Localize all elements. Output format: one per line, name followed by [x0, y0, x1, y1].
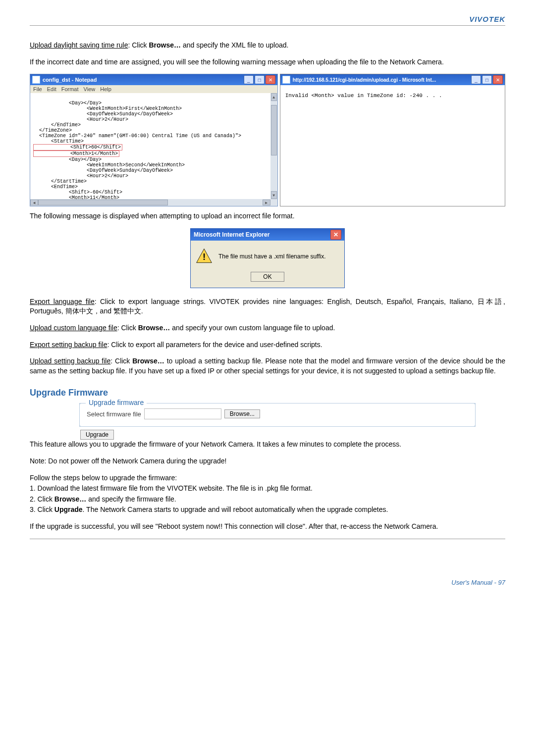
menu-edit[interactable]: Edit	[47, 86, 56, 92]
menu-file[interactable]: File	[33, 86, 42, 92]
notepad-window: config_dst - Notepad _ □ ✕ File Edit For…	[30, 74, 278, 206]
page-number: 97	[498, 579, 505, 586]
maximize-button[interactable]: □	[255, 75, 265, 84]
bottom-divider	[30, 539, 505, 539]
ie-minimize-button[interactable]: _	[471, 75, 481, 84]
text: and specify the XML file to upload.	[181, 41, 288, 49]
label-upload-language: Upload custom language file	[30, 324, 117, 332]
xml-suffix-dialog: Microsoft Internet Explorer ✕ ! The file…	[190, 228, 345, 288]
text: 2. Click	[30, 495, 54, 503]
para-export-language: Export language file: Click to export la…	[30, 297, 505, 316]
footer-text: User's Manual -	[451, 579, 498, 586]
upgrade-button[interactable]: Upgrade	[80, 430, 114, 440]
section-upgrade-firmware: Upgrade Firmware	[30, 388, 505, 398]
dialog-titlebar: Microsoft Internet Explorer ✕	[191, 229, 344, 241]
text: . The Network Camera starts to upgrade a…	[83, 505, 388, 513]
fw-step-3: 3. Click Upgrade. The Network Camera sta…	[30, 505, 505, 515]
label-upload-backup: Upload setting backup file	[30, 357, 110, 365]
menu-help[interactable]: Help	[100, 86, 111, 92]
text: : Click to export all parameters for the…	[107, 341, 322, 349]
label-export-language: Export language file	[30, 298, 95, 305]
svg-text:!: !	[203, 252, 206, 262]
ie-error-body: Invalid <Month> value in TimeZone id: -2…	[280, 85, 505, 203]
para-export-backup: Export setting backup file: Click to exp…	[30, 340, 505, 350]
label-export-backup: Export setting backup file	[30, 341, 107, 349]
fw-step-1: 1. Download the latest firmware file fro…	[30, 484, 505, 494]
para-upload-language: Upload custom language file: Click Brows…	[30, 323, 505, 333]
scroll-thumb[interactable]	[271, 105, 277, 155]
ie-icon	[282, 76, 290, 84]
close-button[interactable]: ✕	[266, 75, 275, 84]
firmware-file-input[interactable]	[144, 408, 221, 419]
para-upload-dst: Upload daylight saving time rule: Click …	[30, 41, 505, 50]
scroll-corner	[270, 199, 277, 206]
browse-word: Browse…	[138, 324, 170, 332]
fw-steps-intro: Follow the steps below to upgrade the fi…	[30, 473, 505, 483]
browse-word: Browse…	[54, 495, 87, 503]
scroll-right-icon[interactable]: ▶	[263, 200, 270, 205]
notepad-titlebar: config_dst - Notepad _ □ ✕	[30, 74, 277, 85]
warning-icon: !	[196, 248, 213, 266]
text: : Click	[128, 41, 149, 49]
dialog-message: The file must have a .xml filename suffi…	[218, 253, 326, 260]
text: : Click	[110, 357, 132, 365]
upgrade-firmware-panel: Upgrade firmware Select firmware file Br…	[79, 403, 476, 427]
top-divider	[30, 25, 505, 26]
select-firmware-label: Select firmware file	[87, 410, 141, 418]
fw-desc-note: Note: Do not power off the Network Camer…	[30, 456, 505, 466]
browse-word: Browse…	[132, 357, 164, 365]
text: and specify the firmware file.	[86, 495, 176, 503]
scroll-left-icon[interactable]: ◀	[30, 200, 38, 205]
upgrade-word: Upgrade	[54, 505, 83, 513]
minimize-button[interactable]: _	[244, 75, 254, 84]
label-upload-dst-rule: Upload daylight saving time rule	[30, 41, 128, 49]
dialog-title: Microsoft Internet Explorer	[194, 231, 330, 238]
fw-desc-1: This feature allows you to upgrade the f…	[30, 440, 505, 450]
notepad-menubar: File Edit Format View Help	[30, 85, 277, 93]
hscroll-thumb[interactable]	[38, 200, 168, 205]
ie-title: http://192.168.5.121/cgi-bin/admin/uploa…	[293, 77, 471, 83]
text: : Click to export language strings. VIVO…	[30, 298, 505, 315]
ie-close-button[interactable]: ✕	[493, 75, 503, 84]
fieldset-legend: Upgrade firmware	[86, 399, 147, 406]
ie-titlebar: http://192.168.5.121/cgi-bin/admin/uploa…	[280, 74, 505, 85]
para-incorrect-warning: If the incorrect date and time are assig…	[30, 57, 505, 67]
footer: User's Manual - 97	[30, 579, 505, 586]
horizontal-scrollbar[interactable]: ◀ ▶	[30, 199, 270, 206]
ie-error-window: http://192.168.5.121/cgi-bin/admin/uploa…	[280, 74, 505, 206]
brand-header: VIVOTEK	[30, 15, 505, 23]
notepad-title: config_dst - Notepad	[43, 77, 244, 83]
para-incorrect-format: The following message is displayed when …	[30, 211, 505, 221]
ie-maximize-button[interactable]: □	[482, 75, 492, 84]
scroll-up-icon[interactable]: ▲	[271, 93, 277, 101]
para-upload-backup: Upload setting backup file: Click Browse…	[30, 356, 505, 376]
vertical-scrollbar[interactable]: ▲ ▼	[270, 93, 277, 199]
dialog-close-button[interactable]: ✕	[330, 230, 341, 240]
menu-format[interactable]: Format	[61, 86, 79, 92]
notepad-icon	[32, 76, 40, 84]
scroll-down-icon[interactable]: ▼	[271, 191, 277, 199]
text: and specify your own custom language fil…	[170, 324, 335, 332]
dialog-ok-button[interactable]: OK	[251, 272, 284, 282]
highlight-month: <Month>1</Month>	[33, 151, 119, 157]
fw-step-2: 2. Click Browse… and specify the firmwar…	[30, 495, 505, 504]
menu-view[interactable]: View	[84, 86, 96, 92]
fw-success: If the upgrade is successful, you will s…	[30, 522, 505, 532]
notepad-content: <Day></Day> <WeekInMonth>First</WeekInMo…	[30, 93, 277, 206]
text: 3. Click	[30, 505, 54, 513]
browse-button[interactable]: Browse...	[224, 409, 260, 418]
browse-word: Browse…	[149, 41, 181, 49]
highlight-shift: <Shift>60</Shift>	[33, 144, 122, 151]
text: : Click	[117, 324, 138, 332]
